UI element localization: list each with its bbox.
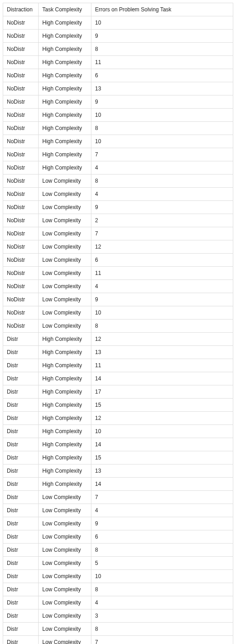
cell-errors: 9 — [91, 517, 233, 530]
cell-errors: 11 — [91, 359, 233, 372]
cell-distraction: Distr — [3, 451, 39, 464]
cell-complexity: Low Complexity — [39, 240, 91, 254]
cell-errors: 13 — [91, 346, 233, 359]
table-row: DistrHigh Complexity11 — [3, 359, 233, 372]
table-row: DistrLow Complexity8 — [3, 583, 233, 596]
cell-distraction: NoDistr — [3, 109, 39, 122]
cell-distraction: NoDistr — [3, 30, 39, 43]
table-row: DistrLow Complexity3 — [3, 609, 233, 623]
table-row: NoDistrLow Complexity9 — [3, 201, 233, 214]
cell-errors: 8 — [91, 583, 233, 596]
table-row: NoDistrLow Complexity6 — [3, 254, 233, 267]
cell-complexity: High Complexity — [39, 333, 91, 346]
cell-distraction: NoDistr — [3, 227, 39, 240]
cell-errors: 8 — [91, 544, 233, 557]
cell-distraction: NoDistr — [3, 122, 39, 135]
cell-complexity: High Complexity — [39, 425, 91, 438]
cell-distraction: NoDistr — [3, 175, 39, 188]
cell-distraction: Distr — [3, 346, 39, 359]
cell-complexity: High Complexity — [39, 161, 91, 175]
table-row: NoDistrHigh Complexity10 — [3, 109, 233, 122]
cell-errors: 7 — [91, 148, 233, 161]
cell-errors: 4 — [91, 161, 233, 175]
cell-complexity: Low Complexity — [39, 583, 91, 596]
table-row: NoDistrHigh Complexity6 — [3, 69, 233, 82]
cell-complexity: Low Complexity — [39, 491, 91, 504]
cell-errors: 2 — [91, 214, 233, 227]
table-row: NoDistrHigh Complexity13 — [3, 82, 233, 95]
table-row: NoDistrLow Complexity4 — [3, 280, 233, 293]
cell-distraction: Distr — [3, 491, 39, 504]
cell-complexity: Low Complexity — [39, 227, 91, 240]
cell-complexity: Low Complexity — [39, 596, 91, 609]
cell-errors: 15 — [91, 451, 233, 464]
table-row: DistrLow Complexity4 — [3, 596, 233, 609]
table-row: NoDistrLow Complexity8 — [3, 320, 233, 333]
cell-errors: 14 — [91, 372, 233, 385]
table-row: NoDistrLow Complexity8 — [3, 175, 233, 188]
cell-complexity: High Complexity — [39, 95, 91, 109]
cell-distraction: Distr — [3, 359, 39, 372]
table-row: NoDistrHigh Complexity10 — [3, 135, 233, 148]
cell-errors: 9 — [91, 293, 233, 306]
cell-errors: 13 — [91, 82, 233, 95]
cell-errors: 11 — [91, 56, 233, 69]
cell-errors: 7 — [91, 636, 233, 644]
cell-complexity: High Complexity — [39, 385, 91, 399]
cell-errors: 10 — [91, 109, 233, 122]
cell-complexity: Low Complexity — [39, 504, 91, 517]
table-row: NoDistrLow Complexity12 — [3, 240, 233, 254]
cell-distraction: Distr — [3, 478, 39, 491]
cell-distraction: NoDistr — [3, 69, 39, 82]
cell-distraction: Distr — [3, 385, 39, 399]
cell-distraction: NoDistr — [3, 240, 39, 254]
table-row: DistrLow Complexity8 — [3, 623, 233, 636]
cell-errors: 9 — [91, 201, 233, 214]
cell-complexity: Low Complexity — [39, 214, 91, 227]
cell-errors: 11 — [91, 267, 233, 280]
table-header-row: Distraction Task Complexity Errors on Pr… — [3, 3, 233, 16]
cell-complexity: Low Complexity — [39, 623, 91, 636]
cell-distraction: NoDistr — [3, 320, 39, 333]
cell-errors: 17 — [91, 385, 233, 399]
table-row: NoDistrHigh Complexity7 — [3, 148, 233, 161]
cell-distraction: Distr — [3, 517, 39, 530]
cell-complexity: Low Complexity — [39, 201, 91, 214]
cell-distraction: NoDistr — [3, 254, 39, 267]
cell-distraction: Distr — [3, 412, 39, 425]
table-row: DistrHigh Complexity17 — [3, 385, 233, 399]
cell-distraction: Distr — [3, 609, 39, 623]
cell-distraction: Distr — [3, 570, 39, 583]
cell-complexity: High Complexity — [39, 69, 91, 82]
cell-errors: 8 — [91, 623, 233, 636]
table-row: DistrHigh Complexity14 — [3, 438, 233, 451]
cell-complexity: High Complexity — [39, 346, 91, 359]
table-row: NoDistrHigh Complexity9 — [3, 30, 233, 43]
cell-errors: 3 — [91, 609, 233, 623]
cell-errors: 8 — [91, 175, 233, 188]
cell-errors: 8 — [91, 320, 233, 333]
table-row: DistrHigh Complexity15 — [3, 451, 233, 464]
cell-distraction: NoDistr — [3, 267, 39, 280]
table-row: NoDistrLow Complexity9 — [3, 293, 233, 306]
table-row: NoDistrLow Complexity2 — [3, 214, 233, 227]
cell-complexity: Low Complexity — [39, 557, 91, 570]
cell-errors: 14 — [91, 438, 233, 451]
cell-errors: 10 — [91, 570, 233, 583]
cell-complexity: High Complexity — [39, 451, 91, 464]
cell-errors: 8 — [91, 43, 233, 56]
cell-complexity: High Complexity — [39, 359, 91, 372]
cell-distraction: NoDistr — [3, 43, 39, 56]
cell-errors: 13 — [91, 464, 233, 478]
cell-distraction: NoDistr — [3, 95, 39, 109]
table-row: DistrLow Complexity8 — [3, 544, 233, 557]
cell-complexity: Low Complexity — [39, 636, 91, 644]
cell-errors: 4 — [91, 280, 233, 293]
table-row: NoDistrLow Complexity7 — [3, 227, 233, 240]
cell-distraction: NoDistr — [3, 280, 39, 293]
data-table: Distraction Task Complexity Errors on Pr… — [3, 3, 233, 644]
cell-complexity: High Complexity — [39, 109, 91, 122]
cell-distraction: Distr — [3, 636, 39, 644]
cell-errors: 5 — [91, 557, 233, 570]
cell-errors: 9 — [91, 30, 233, 43]
